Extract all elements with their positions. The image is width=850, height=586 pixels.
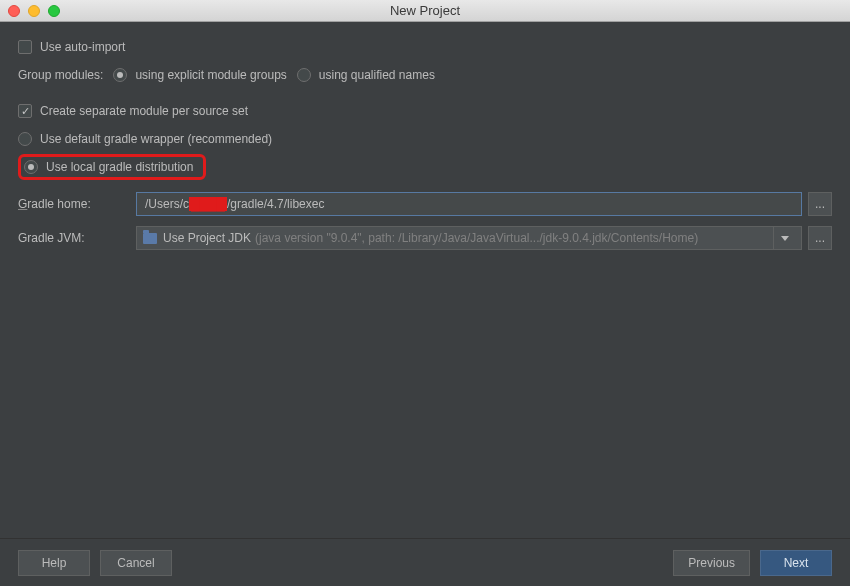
gradle-home-value-suffix: /gradle/4.7/libexec [227, 197, 324, 211]
radio-local-distribution[interactable] [24, 160, 38, 174]
window-controls [8, 5, 60, 17]
local-distribution-label: Use local gradle distribution [46, 160, 193, 174]
radio-qualified-names[interactable] [297, 68, 311, 82]
gradle-home-input[interactable]: /Users/c████/gradle/4.7/libexec [136, 192, 802, 216]
folder-icon [143, 233, 157, 244]
local-distribution-highlight: Use local gradle distribution [18, 154, 206, 180]
help-button[interactable]: Help [18, 550, 90, 576]
auto-import-label: Use auto-import [40, 40, 125, 54]
close-icon[interactable] [8, 5, 20, 17]
radio-qualified-label: using qualified names [319, 68, 435, 82]
gradle-jvm-selected: Use Project JDK [163, 231, 251, 245]
gradle-home-browse-button[interactable]: ... [808, 192, 832, 216]
gradle-home-value-prefix: /Users/c [145, 197, 189, 211]
next-button[interactable]: Next [760, 550, 832, 576]
gradle-home-row: Gradle home: /Users/c████/gradle/4.7/lib… [18, 192, 832, 216]
gradle-jvm-row: Gradle JVM: Use Project JDK (java versio… [18, 226, 832, 250]
group-modules-row: Group modules: using explicit module gro… [18, 68, 832, 82]
gradle-jvm-hint: (java version "9.0.4", path: /Library/Ja… [255, 231, 767, 245]
create-separate-checkbox[interactable] [18, 104, 32, 118]
cancel-button[interactable]: Cancel [100, 550, 172, 576]
default-wrapper-label: Use default gradle wrapper (recommended) [40, 132, 272, 146]
minimize-icon[interactable] [28, 5, 40, 17]
gradle-jvm-label: Gradle JVM: [18, 231, 136, 245]
dialog-content: Use auto-import Group modules: using exp… [0, 22, 850, 250]
gradle-home-redacted: ████ [189, 197, 227, 211]
chevron-down-icon[interactable] [773, 227, 795, 249]
gradle-home-label: Gradle home: [18, 197, 136, 211]
auto-import-row[interactable]: Use auto-import [18, 40, 832, 54]
default-wrapper-row[interactable]: Use default gradle wrapper (recommended) [18, 132, 832, 146]
gradle-jvm-browse-button[interactable]: ... [808, 226, 832, 250]
group-modules-label: Group modules: [18, 68, 103, 82]
radio-default-wrapper[interactable] [18, 132, 32, 146]
create-separate-row[interactable]: Create separate module per source set [18, 104, 832, 118]
radio-explicit-label: using explicit module groups [135, 68, 286, 82]
window-title: New Project [0, 3, 850, 18]
create-separate-label: Create separate module per source set [40, 104, 248, 118]
titlebar: New Project [0, 0, 850, 22]
dialog-footer: Help Cancel Previous Next [0, 538, 850, 586]
previous-button[interactable]: Previous [673, 550, 750, 576]
auto-import-checkbox[interactable] [18, 40, 32, 54]
maximize-icon[interactable] [48, 5, 60, 17]
radio-explicit-groups[interactable] [113, 68, 127, 82]
gradle-jvm-select[interactable]: Use Project JDK (java version "9.0.4", p… [136, 226, 802, 250]
